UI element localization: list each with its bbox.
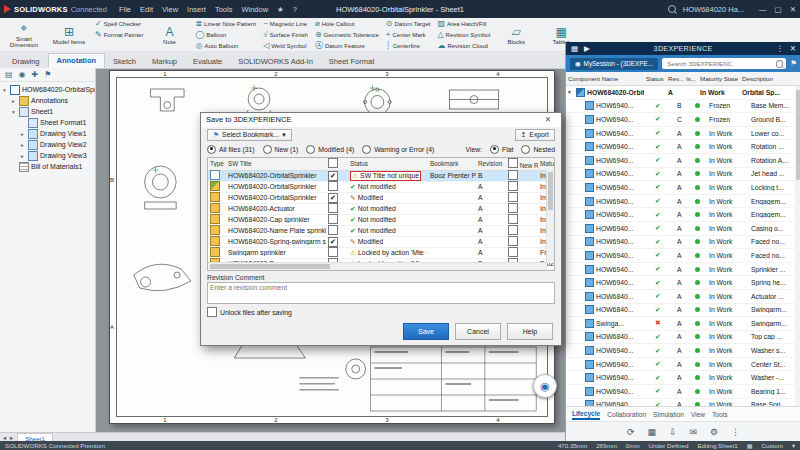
- ribbon-button[interactable]: ✎ Format Painter: [92, 30, 146, 41]
- column-header-bookmark[interactable]: Bookmark: [428, 160, 476, 167]
- table-row[interactable]: Swingarm sprinkler Locked by action 'Mte…: [208, 248, 554, 259]
- panel-tool-icon[interactable]: ⟳: [627, 427, 635, 437]
- minimize-button[interactable]: —: [759, 5, 767, 14]
- search-input[interactable]: [665, 59, 774, 68]
- view-mode-radio[interactable]: Flat: [490, 145, 513, 154]
- command-tab[interactable]: Markup: [144, 55, 185, 68]
- new-revision-checkbox[interactable]: [508, 170, 518, 180]
- panel-tab[interactable]: Lifecycle: [572, 409, 600, 420]
- component-row[interactable]: ▾ HOW684020-Orbit... A In Work Orbital S…: [566, 86, 800, 100]
- new-revision-checkbox[interactable]: [508, 203, 518, 213]
- tree-item[interactable]: Sheet Format1: [0, 117, 95, 128]
- save-checkbox[interactable]: [328, 214, 338, 224]
- column-header-revision[interactable]: Revision: [476, 160, 506, 167]
- filter-radio[interactable]: New (1): [263, 145, 299, 154]
- save-checkbox[interactable]: [328, 193, 338, 203]
- new-revision-checkbox[interactable]: [508, 225, 518, 235]
- play-icon[interactable]: ▶: [584, 44, 590, 53]
- tree-item[interactable]: ▸ Annotations: [0, 95, 95, 106]
- new-revision-checkbox[interactable]: [508, 247, 518, 257]
- menu-item[interactable]: Edit: [140, 5, 153, 14]
- tree-item[interactable]: ▸ Drawing View1: [0, 128, 95, 139]
- command-tab[interactable]: Sheet Format: [321, 55, 382, 68]
- close-button[interactable]: ✕: [790, 5, 796, 14]
- chevron-down-icon[interactable]: ▾: [792, 442, 795, 449]
- ribbon-button[interactable]: √ Surface Finish: [260, 30, 311, 41]
- ribbon-button[interactable]: ≣ Linear Note Pattern: [192, 19, 259, 30]
- new-revision-checkbox[interactable]: [508, 192, 518, 202]
- tree-item[interactable]: ▾ HOW684020-OrbitalSprinkler: [0, 84, 95, 95]
- expand-arrow-icon[interactable]: ▸: [12, 98, 19, 104]
- tree-item[interactable]: ▸ Drawing View3: [0, 150, 95, 161]
- panel-tool-icon[interactable]: ⚙: [710, 427, 718, 437]
- panel-tool-icon[interactable]: ⋮: [731, 427, 740, 437]
- save-checkbox[interactable]: [328, 203, 338, 213]
- table-row[interactable]: HOW684020-OrbitalSprinkler Not modified …: [208, 182, 554, 193]
- component-row[interactable]: HOW6940... A In Work Rotation A...: [566, 154, 800, 168]
- save-checkbox[interactable]: [328, 237, 338, 247]
- new-revision-checkbox[interactable]: [508, 236, 518, 246]
- table-row[interactable]: HOW684020-Name Plate sprinkler Not modif…: [208, 226, 554, 237]
- tree-item[interactable]: Bill of Materials1: [0, 161, 95, 172]
- component-row[interactable]: HOW6940... A In Work Rotation ...: [566, 140, 800, 154]
- column-header-sw-title[interactable]: SW Title: [226, 160, 326, 167]
- ribbon-button[interactable]: ⌖ Smart Dimension: [2, 19, 46, 52]
- menu-item[interactable]: ?: [293, 5, 297, 14]
- prev-sheet-icon[interactable]: ◂: [3, 434, 6, 441]
- tree-item[interactable]: ▸ Drawing View2: [0, 139, 95, 150]
- panel-tab[interactable]: Tools: [712, 410, 727, 419]
- units-selector[interactable]: Custom: [762, 442, 783, 449]
- save-checkbox[interactable]: [328, 247, 338, 257]
- filter-radio[interactable]: Modified (4): [306, 145, 354, 154]
- document-search-text[interactable]: HOW684020 Ha...: [683, 5, 744, 14]
- column-header-description[interactable]: Description: [740, 75, 800, 82]
- component-row[interactable]: Swinga... A In Work Swingarm...: [566, 317, 800, 331]
- column-header-is[interactable]: Is...: [684, 75, 698, 82]
- component-row[interactable]: HOW6940... A In Work Casing o...: [566, 222, 800, 236]
- panel-vertical-scrollbar[interactable]: [795, 86, 800, 406]
- panel-tool-icon[interactable]: ⇩: [669, 427, 677, 437]
- column-header-type[interactable]: Type: [208, 160, 226, 167]
- table-vertical-scrollbar[interactable]: [546, 170, 554, 263]
- table-row[interactable]: HOW684020-Actuator Not modified A In Wor…: [208, 204, 554, 215]
- panel-tab[interactable]: Collaboration: [607, 410, 646, 419]
- grid-icon[interactable]: ▦: [747, 442, 753, 449]
- table-row[interactable]: HOW684020-OrbitalSprinkler SW Title not …: [208, 171, 554, 182]
- component-row[interactable]: HOW6940... A In Work Washer -...: [566, 371, 800, 385]
- component-row[interactable]: HOW6940... A In Work Faced no...: [566, 236, 800, 250]
- component-row[interactable]: HOW6940... A In Work Spring he...: [566, 276, 800, 290]
- expand-arrow-icon[interactable]: ▸: [21, 142, 28, 148]
- ribbon-button[interactable]: ⊕ Geometric Tolerance: [312, 30, 382, 41]
- filter-radio[interactable]: Warning or Error (4): [362, 145, 434, 154]
- cancel-button[interactable]: Cancel: [455, 323, 501, 340]
- command-tab[interactable]: Evaluate: [185, 55, 230, 68]
- overflow-menu-icon[interactable]: ⋮: [776, 44, 784, 53]
- ribbon-button[interactable]: ⌀ Hole Callout: [312, 19, 382, 30]
- component-row[interactable]: HOW6940... A In Work Washer s...: [566, 344, 800, 358]
- export-button[interactable]: ↥ Export: [515, 129, 555, 141]
- panel-tool-icon[interactable]: ▦: [647, 427, 656, 437]
- panel-toolbar-icon[interactable]: ◉: [19, 70, 26, 79]
- column-header-status[interactable]: Status: [348, 160, 428, 167]
- filter-radio[interactable]: All files (31): [207, 145, 255, 154]
- panel-tool-icon[interactable]: ✉: [689, 427, 697, 437]
- expand-arrow-icon[interactable]: ▾: [12, 109, 19, 115]
- table-row[interactable]: HOW684020-OrbitalSprinkler Modified A In…: [208, 193, 554, 204]
- component-row[interactable]: HOW6940... A In Work Bearing 1...: [566, 385, 800, 399]
- ribbon-button[interactable]: ~ Magnetic Line: [260, 19, 311, 30]
- command-tab[interactable]: Sketch: [105, 55, 144, 68]
- tag-icon[interactable]: ⚑: [790, 59, 797, 68]
- menu-item[interactable]: Tools: [215, 5, 233, 14]
- ribbon-button[interactable]: ▱ Blocks: [494, 19, 538, 52]
- component-row[interactable]: HOW6940... B Frozen Base Mem...: [566, 100, 800, 114]
- component-row[interactable]: HOW6940... A In Work Jet head ...: [566, 168, 800, 182]
- command-tab[interactable]: SOLIDWORKS Add-In: [230, 55, 321, 68]
- menu-item[interactable]: Window: [241, 5, 268, 14]
- select-bookmark-button[interactable]: ⚑ Select Bookmark... ▾: [207, 129, 292, 141]
- save-checkbox[interactable]: [328, 181, 338, 191]
- column-header-new-revision[interactable]: New Revision: [506, 158, 538, 169]
- maximize-button[interactable]: ▢: [775, 5, 782, 14]
- table-row[interactable]: HOW684020-Spring-swingarm s... Modified …: [208, 237, 554, 248]
- ribbon-button[interactable]: △ Revision Symbol: [434, 30, 493, 41]
- expand-arrow-icon[interactable]: ▸: [21, 153, 28, 159]
